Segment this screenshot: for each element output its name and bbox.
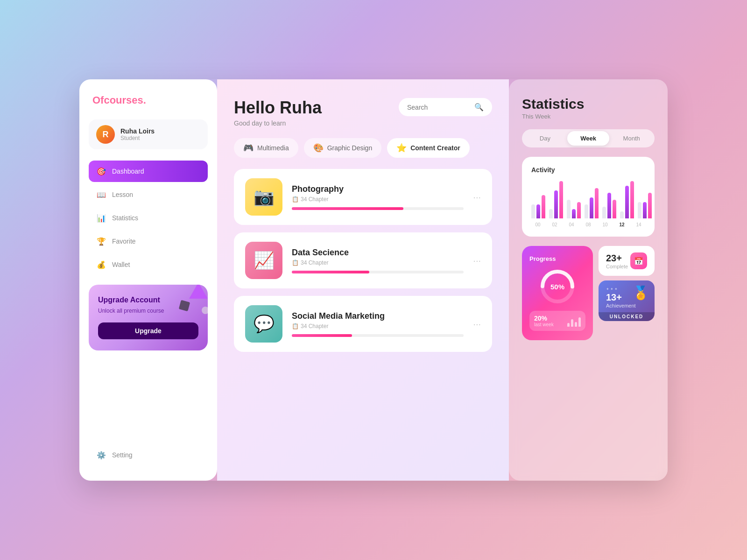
main-header: Hello Ruha Good day to learn 🔍 [234, 98, 492, 127]
last-week-label: last week [534, 322, 554, 327]
content-creator-icon: ⭐ [396, 143, 407, 153]
course-menu-social-media[interactable]: ··· [473, 319, 481, 329]
bar-purple [625, 186, 629, 218]
chart-label-4: 10 [599, 222, 612, 227]
course-chapter-photography: 📋 34 Chapter [292, 196, 464, 203]
chart-label-6: 14 [632, 222, 645, 227]
progress-bar-bg-social-media [292, 334, 464, 337]
upgrade-button[interactable]: Upgrade [98, 322, 198, 339]
sidebar-item-label: Dashboard [112, 168, 144, 175]
search-bar[interactable]: 🔍 [399, 98, 492, 116]
bar-group-4 [602, 193, 616, 218]
complete-icon: 📅 [630, 252, 647, 269]
bar-pink [613, 200, 616, 218]
sidebar-item-lesson[interactable]: 📖 Lesson [89, 184, 208, 205]
tab-content-creator[interactable]: ⭐ Content Creator [387, 138, 470, 158]
course-list: 📷 Photography 📋 34 Chapter ··· 📈 [234, 169, 492, 352]
graphic-design-icon: 🎨 [313, 143, 324, 153]
sidebar-item-dashboard[interactable]: 🎯 Dashboard [89, 161, 208, 182]
bar-light [602, 207, 606, 218]
tab-week[interactable]: Week [567, 131, 610, 146]
bar-light [638, 202, 641, 218]
nav-items: 🎯 Dashboard 📖 Lesson 📊 Statistics 🏆 Favo… [89, 161, 208, 275]
complete-info: 23+ Complete [606, 253, 628, 269]
bar-group-1 [549, 181, 563, 218]
bar-light [531, 204, 535, 218]
bar-group-6 [638, 193, 652, 218]
bar-purple [590, 197, 593, 218]
course-menu-photography[interactable]: ··· [473, 192, 481, 203]
chart-label-3: 08 [582, 222, 595, 227]
course-card-photography[interactable]: 📷 Photography 📋 34 Chapter ··· [234, 169, 492, 225]
complete-card: 23+ Complete 📅 [599, 246, 655, 276]
progress-bar-fill-social-media [292, 334, 352, 337]
time-tabs: Day Week Month [522, 129, 655, 147]
bar-pink [542, 195, 545, 218]
chart-label-5: 12 [615, 222, 628, 227]
upgrade-title: Upgrade Account [98, 296, 198, 304]
favorite-icon: 🏆 [96, 236, 106, 246]
progress-bar-bg-photography [292, 207, 464, 210]
logo-text: Ofcourses [92, 94, 143, 106]
category-tabs: 🎮 Multimedia 🎨 Graphic Design ⭐ Content … [234, 138, 492, 158]
bar-purple [607, 193, 611, 218]
bar-purple [554, 190, 558, 218]
complete-count: 23+ [606, 253, 628, 264]
trophy-icon: 🏅 [633, 285, 649, 301]
sidebar-item-label: Statistics [112, 214, 138, 222]
sidebar-item-favorite[interactable]: 🏆 Favorite [89, 231, 208, 252]
logo: Ofcourses. [89, 94, 208, 106]
bar-purple [572, 209, 576, 218]
activity-chart: Activity [522, 157, 655, 237]
course-chapter-data-science: 📋 34 Chapter [292, 259, 464, 266]
sidebar-item-setting[interactable]: ⚙️ Setting [89, 444, 208, 466]
course-card-data-science[interactable]: 📈 Data Secience 📋 34 Chapter ··· [234, 232, 492, 288]
setting-label: Setting [112, 451, 133, 459]
bar-pink [577, 202, 581, 218]
stats-title: Statistics [522, 96, 655, 112]
progress-card-title: Progress [529, 255, 585, 262]
search-input[interactable] [407, 104, 470, 111]
avatar: R [96, 125, 115, 144]
user-info: Ruha Loirs Student [120, 127, 155, 141]
bar-purple [643, 202, 647, 218]
dashboard-icon: 🎯 [96, 166, 106, 176]
user-name: Ruha Loirs [120, 127, 155, 135]
progress-bar-fill-data-science [292, 271, 369, 273]
progress-last-week: 20% last week [529, 311, 585, 331]
stats-subtitle: This Week [522, 113, 655, 120]
activity-title: Activity [531, 166, 645, 174]
chart-bars [531, 181, 645, 218]
progress-bar-bg-data-science [292, 271, 464, 273]
last-week-value: 20% [534, 315, 554, 322]
complete-label: Complete [606, 264, 628, 269]
user-card[interactable]: R Ruha Loirs Student [89, 119, 208, 149]
bar-purple [536, 204, 540, 218]
right-stats: 23+ Complete 📅 🏅 ✦ ✦ ✦ 13+ Achievement U… [599, 246, 655, 340]
course-menu-data-science[interactable]: ··· [473, 255, 481, 266]
sidebar-item-wallet[interactable]: 💰 Wallet [89, 254, 208, 275]
sidebar-item-statistics[interactable]: 📊 Statistics [89, 207, 208, 229]
course-card-social-media[interactable]: 💬 Social Media Marketing 📋 34 Chapter ··… [234, 296, 492, 352]
chart-labels: 00 02 04 08 10 12 14 [531, 222, 645, 227]
bar-pink [595, 188, 599, 218]
tab-label: Multimedia [257, 144, 289, 152]
bar-pink [648, 193, 652, 218]
chapter-icon: 📋 [292, 259, 299, 266]
tab-graphic-design[interactable]: 🎨 Graphic Design [304, 138, 382, 158]
chart-label-2: 04 [565, 222, 578, 227]
course-thumb-data-science: 📈 [245, 242, 282, 279]
chapter-icon: 📋 [292, 196, 299, 203]
sidebar-item-label: Lesson [112, 191, 133, 198]
stats-bottom: Progress 50% 20% last week [522, 246, 655, 340]
tab-month[interactable]: Month [610, 131, 653, 146]
tab-day[interactable]: Day [524, 131, 566, 146]
tab-multimedia[interactable]: 🎮 Multimedia [234, 138, 298, 158]
course-chapter-social-media: 📋 34 Chapter [292, 323, 464, 329]
bar-light [567, 200, 571, 218]
greeting-section: Hello Ruha Good day to learn [234, 98, 322, 127]
course-title-social-media: Social Media Marketing [292, 311, 464, 321]
mini-bar [567, 323, 570, 327]
course-info-data-science: Data Secience 📋 34 Chapter [292, 248, 464, 273]
bar-group-3 [585, 188, 599, 218]
